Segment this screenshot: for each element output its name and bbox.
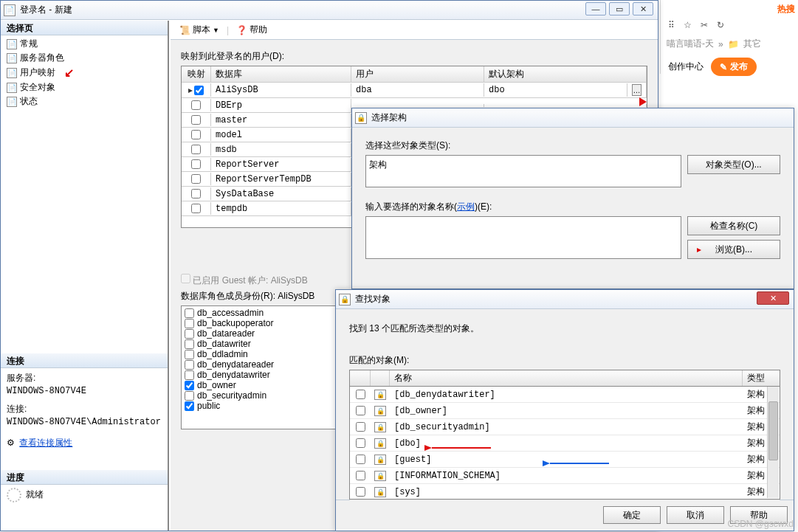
nav-item[interactable]: 📄服务器角色 bbox=[4, 51, 165, 65]
help-button[interactable]: ❓帮助 bbox=[232, 23, 272, 37]
map-checkbox[interactable] bbox=[191, 189, 201, 198]
objects-grid[interactable]: 名称 类型 🔒[db_denydatawriter]架构🔒[db_owner]架… bbox=[349, 370, 780, 500]
enter-names-label: 输入要选择的对象名称(示例)(E): bbox=[365, 201, 780, 213]
conn-label: 连接: bbox=[7, 402, 162, 415]
nav-list: 📄常规📄服务器角色📄用户映射↙📄安全对象📄状态 bbox=[1, 35, 168, 110]
find-titlebar[interactable]: 🔒 查找对象 ✕ bbox=[336, 290, 794, 309]
schema-icon: 🔒 bbox=[374, 406, 386, 416]
object-row[interactable]: 🔒[INFORMATION_SCHEMA]架构 bbox=[350, 468, 780, 484]
background-browser: 热搜 ⠿ ☆ ✂ ↻ 喵言喵语-天 » 📁 其它 创作中心 ✎发布 bbox=[660, 0, 798, 74]
role-name: db_datawriter bbox=[197, 339, 251, 349]
nav-item[interactable]: 📄状态 bbox=[4, 94, 165, 108]
object-row[interactable]: 🔒[guest]架构 bbox=[350, 452, 780, 468]
obj-checkbox[interactable] bbox=[356, 438, 365, 448]
nav-item[interactable]: 📄用户映射↙ bbox=[4, 65, 165, 80]
obj-checkbox[interactable] bbox=[356, 471, 365, 480]
publish-button[interactable]: ✎发布 bbox=[711, 58, 757, 76]
refresh-icon[interactable]: ↻ bbox=[717, 20, 724, 30]
star-icon[interactable]: ☆ bbox=[684, 20, 692, 30]
role-name: db_accessadmin bbox=[197, 308, 264, 318]
ok-button[interactable]: 确定 bbox=[603, 506, 661, 524]
toolbar: 📜脚本▼ | ❓帮助 bbox=[171, 21, 658, 40]
obj-checkbox[interactable] bbox=[356, 455, 365, 464]
map-checkbox[interactable] bbox=[191, 174, 201, 184]
role-checkbox[interactable] bbox=[185, 339, 194, 349]
schema-icon: 🔒 bbox=[374, 438, 386, 449]
object-row[interactable]: 🔒[sys]架构 bbox=[350, 484, 780, 500]
role-checkbox[interactable] bbox=[185, 401, 194, 411]
obj-name: [INFORMATION_SCHEMA] bbox=[390, 469, 743, 483]
map-checkbox[interactable] bbox=[194, 86, 204, 95]
role-name: db_backupoperator bbox=[197, 318, 273, 328]
spinner-icon bbox=[7, 488, 21, 502]
conn-value: WINDOWS-8NO7V4E\Administrator bbox=[7, 415, 162, 429]
role-checkbox[interactable] bbox=[185, 308, 194, 318]
grid-header-row: 映射 数据库 用户 默认架构 bbox=[182, 66, 647, 83]
find-icon: 🔒 bbox=[339, 294, 351, 305]
map-checkbox[interactable] bbox=[191, 130, 201, 139]
role-checkbox[interactable] bbox=[185, 350, 194, 359]
map-checkbox[interactable] bbox=[191, 204, 201, 213]
obj-checkbox[interactable] bbox=[356, 487, 365, 497]
nav-label: 服务器角色 bbox=[20, 52, 64, 64]
schema-name bbox=[484, 104, 647, 107]
nav-item[interactable]: 📄安全对象 bbox=[4, 80, 165, 94]
role-name: db_denydatareader bbox=[197, 359, 274, 370]
role-checkbox[interactable] bbox=[185, 319, 194, 328]
hdr-name: 名称 bbox=[390, 370, 743, 386]
minimize-button[interactable]: — bbox=[585, 2, 606, 15]
script-button[interactable]: 📜脚本▼ bbox=[175, 23, 224, 37]
button-row: 确定 取消 帮助 bbox=[336, 500, 794, 530]
objects-header: 名称 类型 bbox=[350, 370, 780, 387]
cut-icon[interactable]: ✂ bbox=[701, 20, 708, 30]
role-checkbox[interactable] bbox=[185, 360, 194, 370]
map-checkbox[interactable] bbox=[191, 100, 201, 110]
object-row[interactable]: 🔒[db_securityadmin]架构 bbox=[350, 419, 780, 435]
role-checkbox[interactable] bbox=[185, 329, 194, 339]
obj-checkbox[interactable] bbox=[356, 406, 365, 415]
object-row[interactable]: 🔒[db_owner]架构 bbox=[350, 403, 780, 419]
cancel-button[interactable]: 取消 bbox=[667, 506, 724, 524]
schema-icon: 🔒 bbox=[374, 390, 386, 400]
browse-button[interactable]: ▸浏览(B)... bbox=[687, 240, 780, 259]
db-row[interactable]: ▸AliSysDBdbadbo… bbox=[182, 83, 647, 98]
schema-titlebar[interactable]: 🔒 选择架构 bbox=[352, 108, 794, 128]
hdr-type: 类型 bbox=[743, 370, 780, 386]
titlebar[interactable]: 📄 登录名 - 新建 — ▭ ✕ bbox=[1, 1, 658, 20]
map-checkbox[interactable] bbox=[191, 115, 201, 125]
role-checkbox[interactable] bbox=[185, 381, 194, 390]
select-page-header: 选择页 bbox=[1, 21, 168, 35]
role-name: db_securityadmin bbox=[197, 390, 266, 401]
schema-icon: 🔒 bbox=[374, 422, 386, 432]
create-center[interactable]: 创作中心 bbox=[668, 61, 704, 73]
obj-checkbox[interactable] bbox=[356, 390, 365, 399]
nav-item[interactable]: 📄常规 bbox=[4, 37, 165, 51]
breadcrumb-text: 喵言喵语-天 bbox=[667, 38, 714, 50]
scrollbar[interactable] bbox=[767, 387, 779, 498]
obj-checkbox[interactable] bbox=[356, 422, 365, 432]
schema-icon: 🔒 bbox=[374, 487, 386, 497]
maximize-button[interactable]: ▭ bbox=[609, 2, 630, 15]
watermark: CSDN @gscwxd bbox=[727, 519, 794, 529]
find-close-button[interactable]: ✕ bbox=[757, 291, 789, 305]
role-checkbox[interactable] bbox=[185, 391, 194, 401]
object-row[interactable]: 🔒[dbo]架构 bbox=[350, 435, 780, 452]
nav-label: 状态 bbox=[20, 95, 38, 108]
object-row[interactable]: 🔒[db_denydatawriter]架构 bbox=[350, 387, 780, 403]
select-types-label: 选择这些对象类型(S): bbox=[365, 139, 780, 152]
apps-icon[interactable]: ⠿ bbox=[668, 20, 675, 30]
object-types-button[interactable]: 对象类型(O)... bbox=[687, 155, 780, 174]
scroll-thumb[interactable] bbox=[768, 401, 778, 460]
example-link[interactable]: 示例 bbox=[457, 201, 475, 212]
db-name: AliSysDB bbox=[211, 83, 351, 97]
db-name: model bbox=[211, 128, 351, 142]
map-checkbox[interactable] bbox=[191, 145, 201, 154]
map-checkbox[interactable] bbox=[191, 159, 201, 169]
connection-header: 连接 bbox=[1, 353, 168, 368]
view-connection-link[interactable]: 查看连接属性 bbox=[19, 438, 72, 448]
ellipsis-button[interactable]: … bbox=[632, 84, 642, 96]
role-checkbox[interactable] bbox=[185, 370, 194, 380]
close-button[interactable]: ✕ bbox=[633, 2, 653, 15]
check-names-button[interactable]: 检查名称(C) bbox=[687, 216, 780, 235]
names-input[interactable] bbox=[365, 216, 681, 259]
